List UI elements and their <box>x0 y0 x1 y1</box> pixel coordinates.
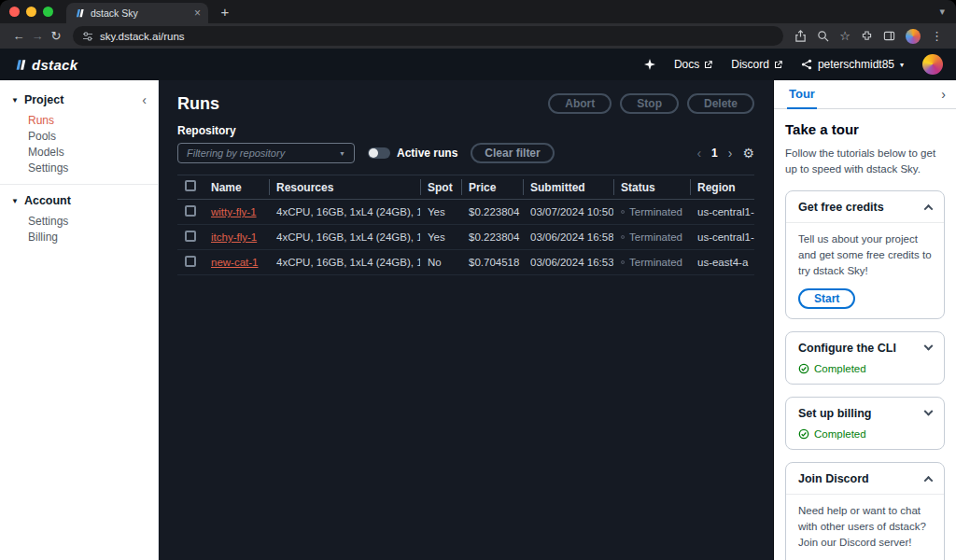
sidebar-section-account[interactable]: ▼ Account <box>0 194 158 207</box>
col-name[interactable]: Name <box>204 175 269 200</box>
run-submitted: 03/07/2024 10:50 <box>523 200 613 225</box>
browser-profile-avatar[interactable] <box>906 29 921 44</box>
minimize-window-button[interactable] <box>26 7 36 17</box>
header-right: Docs Discord peterschmidt85 ▾ <box>644 54 943 75</box>
tour-panel-body: Take a tour Follow the tutorials below t… <box>774 109 956 560</box>
maximize-window-button[interactable] <box>43 7 53 17</box>
table-row: witty-fly-1 4xCPU, 16GB, 1xL4 (24GB), 10… <box>177 200 754 225</box>
bookmark-star-icon[interactable]: ☆ <box>839 29 851 43</box>
chevron-down-icon <box>924 407 934 416</box>
tour-card-configure-cli: Configure the CLI Completed <box>785 331 945 385</box>
sidebar-section-project[interactable]: ▼ Project ‹ <box>0 93 158 106</box>
window-controls[interactable] <box>9 7 53 17</box>
card-header[interactable]: Set up billing <box>798 407 932 420</box>
tab-search-icon[interactable]: ▾ <box>939 6 947 18</box>
section-label: Project <box>24 93 63 106</box>
close-window-button[interactable] <box>9 7 20 17</box>
reload-icon[interactable]: ↻ <box>47 29 65 43</box>
tour-panel-tabs: Tour › <box>774 80 956 109</box>
sidebar-item-billing[interactable]: Billing <box>28 230 158 245</box>
sidebar-item-pools[interactable]: Pools <box>28 129 158 145</box>
chevron-down-icon: ▾ <box>900 61 904 69</box>
forward-icon[interactable]: → <box>28 29 47 43</box>
clear-filter-button[interactable]: Clear filter <box>471 143 554 163</box>
docs-label: Docs <box>674 58 699 71</box>
sparkle-icon[interactable] <box>644 59 655 70</box>
new-tab-button[interactable]: + <box>216 4 234 20</box>
run-name-link[interactable]: itchy-fly-1 <box>211 231 257 243</box>
run-spot: No <box>420 250 461 275</box>
discord-link[interactable]: Discord <box>731 58 782 71</box>
select-placeholder: Filtering by repository <box>187 147 339 159</box>
side-panel-icon[interactable] <box>883 30 895 42</box>
section-triangle-icon: ▼ <box>11 96 19 105</box>
page-number[interactable]: 1 <box>711 147 718 160</box>
active-runs-toggle[interactable] <box>368 147 390 159</box>
share-nodes-icon <box>801 59 812 70</box>
browser-toolbar: ← → ↻ sky.dstack.ai/runs ☆ ⋮ <box>0 23 956 49</box>
row-checkbox[interactable] <box>185 231 196 242</box>
row-checkbox[interactable] <box>185 205 196 217</box>
site-info-icon[interactable] <box>82 31 93 42</box>
card-header[interactable]: Configure the CLI <box>798 342 932 355</box>
repository-filter-label: Repository <box>177 124 754 137</box>
table-header-row: Name Resources Spot Price Submitted Stat… <box>177 175 754 200</box>
browser-tab[interactable]: dstack Sky × <box>66 3 208 23</box>
next-page-icon[interactable]: › <box>728 146 733 161</box>
table-row: new-cat-1 4xCPU, 16GB, 1xL4 (24GB), 100G… <box>177 250 754 275</box>
tab-tour[interactable]: Tour <box>787 80 817 109</box>
run-actions: Abort Stop Delete <box>548 93 754 114</box>
run-name-link[interactable]: new-cat-1 <box>211 257 259 268</box>
start-credits-button[interactable]: Start <box>798 288 855 309</box>
share-icon[interactable] <box>794 30 807 42</box>
sidebar-item-runs[interactable]: Runs <box>28 113 158 129</box>
zoom-icon[interactable] <box>817 30 829 42</box>
col-price[interactable]: Price <box>461 175 523 200</box>
url-text: sky.dstack.ai/runs <box>100 31 185 42</box>
previous-page-icon[interactable]: ‹ <box>696 146 701 161</box>
card-header[interactable]: Join Discord <box>798 472 932 485</box>
run-resources: 4xCPU, 16GB, 1xL4 (24GB), 100GB <box>269 225 420 250</box>
docs-link[interactable]: Docs <box>674 58 712 71</box>
tab-title: dstack Sky <box>91 7 189 19</box>
col-spot[interactable]: Spot <box>420 175 461 200</box>
logo-text: dstack <box>32 57 77 73</box>
check-circle-icon <box>798 428 809 440</box>
sidebar-item-settings[interactable]: Settings <box>28 161 158 176</box>
user-avatar[interactable] <box>922 54 943 75</box>
collapse-panel-icon[interactable]: › <box>931 87 956 102</box>
run-name-link[interactable]: witty-fly-1 <box>211 206 257 217</box>
col-region[interactable]: Region <box>690 175 754 200</box>
card-header[interactable]: Get free credits <box>798 201 932 214</box>
browser-window: dstack Sky × + ▾ ← → ↻ sky.dstack.ai/run… <box>0 0 956 560</box>
row-checkbox[interactable] <box>185 256 196 267</box>
chevron-up-icon <box>924 476 934 485</box>
card-divider <box>786 222 944 223</box>
sidebar-item-account-settings[interactable]: Settings <box>28 214 158 230</box>
tour-card-get-free-credits: Get free credits Tell us about your proj… <box>785 190 945 319</box>
app-body: ▼ Project ‹ Runs Pools Models Settings ▼… <box>0 80 956 560</box>
col-status[interactable]: Status <box>613 175 690 200</box>
collapse-sidebar-icon[interactable]: ‹ <box>142 93 147 106</box>
dstack-logo[interactable]: dstack <box>13 57 77 73</box>
delete-button[interactable]: Delete <box>687 93 754 114</box>
status-badge: Terminated <box>621 206 682 217</box>
stop-button[interactable]: Stop <box>620 93 679 114</box>
abort-button[interactable]: Abort <box>548 93 612 114</box>
repository-filter-select[interactable]: Filtering by repository ▼ <box>177 143 355 163</box>
select-all-checkbox[interactable] <box>185 180 196 191</box>
table-settings-gear-icon[interactable]: ⚙ <box>742 146 754 161</box>
run-price: $0.223804 <box>461 200 523 225</box>
user-menu[interactable]: peterschmidt85 ▾ <box>801 58 904 71</box>
terminated-icon <box>621 257 625 268</box>
extensions-puzzle-icon[interactable] <box>861 30 873 42</box>
address-bar[interactable]: sky.dstack.ai/runs <box>73 26 783 46</box>
col-resources[interactable]: Resources <box>269 175 420 200</box>
back-icon[interactable]: ← <box>9 29 28 43</box>
close-tab-icon[interactable]: × <box>194 7 201 20</box>
dstack-logo-icon <box>13 58 27 72</box>
browser-menu-icon[interactable]: ⋮ <box>931 29 943 43</box>
sidebar-item-models[interactable]: Models <box>28 145 158 161</box>
table-row: itchy-fly-1 4xCPU, 16GB, 1xL4 (24GB), 10… <box>177 225 754 250</box>
col-submitted[interactable]: Submitted <box>523 175 613 200</box>
